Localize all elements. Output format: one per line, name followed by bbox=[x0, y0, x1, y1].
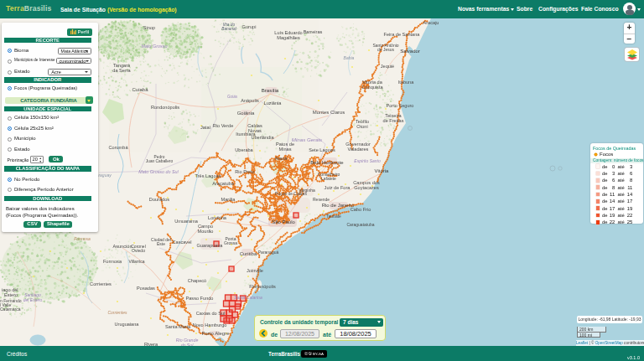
svg-text:São Paulo: São Paulo bbox=[272, 219, 295, 224]
svg-text:de Freitas: de Freitas bbox=[383, 118, 404, 123]
svg-text:Porto Seguro: Porto Seguro bbox=[387, 103, 414, 108]
svg-text:da Serra: da Serra bbox=[112, 68, 131, 73]
svg-text:de Jesus: de Jesus bbox=[377, 47, 395, 52]
svg-text:Araxá: Araxá bbox=[275, 156, 288, 161]
svg-text:Grossa: Grossa bbox=[224, 240, 237, 245]
svg-text:Resende: Resende bbox=[313, 197, 330, 202]
svg-text:Estero: Estero bbox=[4, 292, 18, 297]
svg-text:Posadas: Posadas bbox=[137, 286, 155, 291]
svg-text:Gurupi: Gurupi bbox=[242, 24, 257, 29]
svg-text:Lafaiete: Lafaiete bbox=[321, 176, 336, 181]
svg-text:Umuarama: Umuarama bbox=[174, 219, 199, 224]
svg-text:Corrientes: Corrientes bbox=[107, 310, 127, 315]
svg-text:Londrina: Londrina bbox=[208, 215, 227, 220]
svg-text:Sete Lagoas: Sete Lagoas bbox=[309, 147, 335, 152]
svg-text:Porto Alegre: Porto Alegre bbox=[201, 331, 230, 336]
svg-text:Anápolis: Anápolis bbox=[241, 98, 259, 103]
svg-text:Valadares: Valadares bbox=[348, 147, 369, 152]
svg-text:Minas: Minas bbox=[279, 147, 292, 152]
svg-text:Chapecó: Chapecó bbox=[188, 278, 206, 283]
svg-text:Marília: Marília bbox=[221, 197, 236, 202]
svg-text:Santa Catarina: Santa Catarina bbox=[234, 295, 262, 300]
svg-text:Formosa: Formosa bbox=[103, 259, 122, 264]
svg-text:Três Lagoas: Três Lagoas bbox=[195, 173, 221, 178]
svg-text:Caxias do Sul: Caxias do Sul bbox=[196, 311, 226, 316]
svg-text:Conquista: Conquista bbox=[361, 85, 383, 90]
svg-text:Cabo Frio: Cabo Frio bbox=[351, 207, 371, 212]
svg-text:Oviedo: Oviedo bbox=[132, 248, 145, 253]
svg-text:Villarrica: Villarrica bbox=[128, 259, 144, 264]
svg-text:Goytacazes: Goytacazes bbox=[354, 185, 379, 190]
svg-text:Juiz de Fora: Juiz de Fora bbox=[325, 185, 351, 190]
svg-text:Mourão: Mourão bbox=[198, 229, 214, 234]
svg-text:Otoni: Otoni bbox=[356, 124, 367, 129]
svg-text:Rio Verde: Rio Verde bbox=[213, 123, 234, 128]
svg-text:Paranaguá: Paranaguá bbox=[258, 250, 279, 255]
svg-text:Itumbiara: Itumbiara bbox=[236, 132, 256, 137]
svg-text:Bananal: Bananal bbox=[221, 27, 237, 31]
svg-text:Santa Maria: Santa Maria bbox=[165, 324, 191, 329]
svg-text:Catamarca: Catamarca bbox=[0, 307, 21, 312]
svg-text:Espírito Santo: Espírito Santo bbox=[354, 158, 381, 163]
svg-text:Taubaté: Taubaté bbox=[326, 214, 341, 219]
svg-text:Sinop: Sinop bbox=[143, 25, 155, 30]
svg-text:Itabuna: Itabuna bbox=[398, 80, 415, 85]
svg-text:Barreiras: Barreiras bbox=[304, 29, 323, 34]
svg-text:Florianópolis: Florianópolis bbox=[249, 284, 276, 289]
svg-text:Bahia: Bahia bbox=[344, 55, 355, 60]
svg-text:Corumbá: Corumbá bbox=[108, 145, 128, 150]
svg-text:Goiânia: Goiânia bbox=[237, 111, 255, 116]
svg-text:Corrientes: Corrientes bbox=[90, 281, 112, 286]
svg-text:del Estero: del Estero bbox=[23, 297, 43, 302]
svg-text:Mato Grosso do Sul: Mato Grosso do Sul bbox=[138, 169, 179, 174]
svg-text:Passo Fundo: Passo Fundo bbox=[186, 296, 214, 301]
svg-text:Araçatuba: Araçatuba bbox=[212, 181, 234, 186]
svg-text:Rondonópolis: Rondonópolis bbox=[151, 105, 179, 110]
svg-text:Luziânia: Luziânia bbox=[264, 101, 283, 106]
svg-text:Caraguatatuba: Caraguatatuba bbox=[346, 222, 374, 227]
svg-text:Novo Hamburgo: Novo Hamburgo bbox=[193, 322, 227, 327]
svg-text:Poços de Caldas: Poços de Caldas bbox=[275, 191, 307, 196]
svg-text:Cascavel: Cascavel bbox=[172, 240, 191, 245]
svg-text:Belo Horizonte: Belo Horizonte bbox=[310, 160, 344, 165]
svg-text:Uberaba: Uberaba bbox=[235, 147, 253, 152]
svg-text:Jataí: Jataí bbox=[200, 125, 211, 130]
svg-text:Asunción: Asunción bbox=[112, 244, 132, 249]
svg-text:Magalhães: Magalhães bbox=[277, 35, 300, 40]
svg-text:Minas Gerais: Minas Gerais bbox=[292, 137, 322, 142]
svg-text:Feira de Santana: Feira de Santana bbox=[384, 32, 421, 37]
svg-text:Juan Caballero: Juan Caballero bbox=[146, 159, 174, 163]
svg-text:Cuiabá: Cuiabá bbox=[132, 87, 148, 92]
svg-text:Curitiba: Curitiba bbox=[240, 251, 257, 256]
svg-text:Aracaju: Aracaju bbox=[423, 20, 439, 25]
svg-text:Este: Este bbox=[157, 241, 165, 246]
svg-text:Goiás: Goiás bbox=[227, 95, 238, 99]
svg-text:Salvador: Salvador bbox=[400, 49, 420, 54]
svg-text:Rio Preto: Rio Preto bbox=[235, 169, 254, 174]
svg-text:Montes Claros: Montes Claros bbox=[313, 110, 345, 115]
svg-text:Formosa: Formosa bbox=[74, 236, 91, 241]
svg-text:Mato Grosso: Mato Grosso bbox=[142, 44, 168, 49]
svg-text:Uruguaiana: Uruguaiana bbox=[115, 322, 140, 327]
svg-text:Joinville: Joinville bbox=[247, 268, 263, 273]
svg-text:Guarapuava: Guarapuava bbox=[197, 243, 224, 248]
svg-text:Jequié: Jequié bbox=[381, 64, 394, 69]
svg-text:Vitória: Vitória bbox=[375, 168, 390, 173]
svg-text:Brasília: Brasília bbox=[262, 87, 279, 93]
svg-text:Dourados: Dourados bbox=[149, 197, 169, 202]
